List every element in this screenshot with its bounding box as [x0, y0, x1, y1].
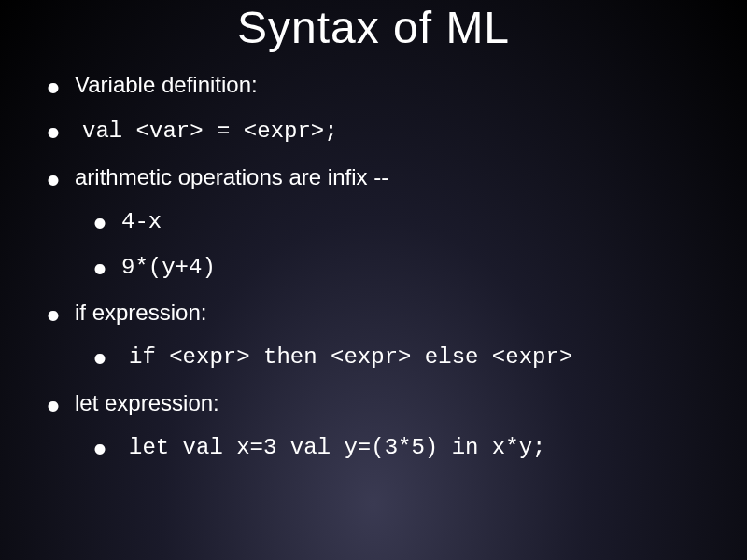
code-text: 4-x [121, 209, 162, 234]
bullet-text: Variable definition: [75, 72, 258, 97]
bullet-let-expression: let expression: let val x=3 val y=(3*5) … [75, 388, 700, 464]
sub-list-arithmetic: 4-x 9*(y+4) [75, 205, 700, 283]
slide-title: Syntax of ML [47, 0, 700, 70]
bullet-text: if expression: [75, 300, 206, 325]
bullet-variable-definition: Variable definition: [75, 70, 700, 100]
code-text: let val x=3 val y=(3*5) in x*y; [121, 435, 545, 460]
bullet-arithmetic: arithmetic operations are infix -- 4-x 9… [75, 162, 700, 283]
bullet-text: arithmetic operations are infix -- [75, 164, 388, 189]
code-text: 9*(y+4) [121, 255, 216, 280]
bullet-val-syntax: val <var> = <expr>; [75, 115, 700, 147]
bullet-text: let expression: [75, 390, 219, 415]
sub-item: 9*(y+4) [121, 251, 700, 283]
code-text: val <var> = <expr>; [75, 119, 338, 144]
bullet-if-expression: if expression: if <expr> then <expr> els… [75, 298, 700, 373]
code-text: if <expr> then <expr> else <expr> [121, 344, 572, 370]
sub-item: 4-x [121, 205, 700, 237]
sub-list-let: let val x=3 val y=(3*5) in x*y; [75, 431, 700, 463]
slide: Syntax of ML Variable definition: val <v… [0, 0, 747, 497]
sub-list-if: if <expr> then <expr> else <expr> [75, 341, 700, 372]
sub-item: if <expr> then <expr> else <expr> [121, 341, 700, 372]
bullet-list: Variable definition: val <var> = <expr>;… [47, 70, 700, 464]
sub-item: let val x=3 val y=(3*5) in x*y; [121, 431, 700, 463]
